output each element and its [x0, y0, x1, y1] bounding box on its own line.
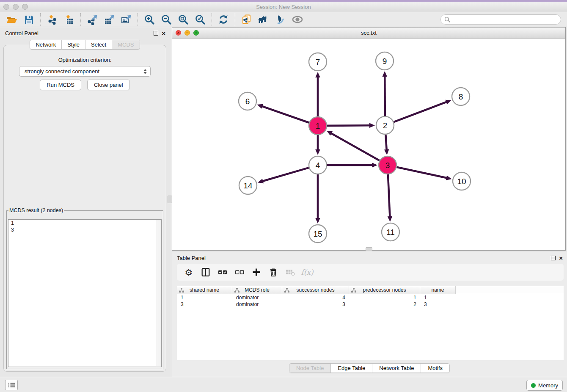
column-header-name[interactable]: name [420, 286, 456, 294]
graph-edge-4-15[interactable] [315, 174, 320, 224]
column-header-shared-name[interactable]: shared name [177, 286, 232, 294]
table-panel-tabs: Node TableEdge TableNetwork TableMotifs [289, 363, 450, 373]
graph-node-11[interactable]: 11 [382, 223, 399, 241]
table-cell[interactable]: 1 [420, 295, 456, 301]
graph-node-4[interactable]: 4 [309, 156, 327, 174]
graph-node-10[interactable]: 10 [453, 172, 471, 190]
graph-node-9[interactable]: 9 [376, 52, 394, 70]
unchecked-boxes-icon [234, 268, 245, 276]
import-network-button[interactable] [44, 13, 61, 26]
column-header-predecessor-nodes[interactable]: predecessor nodes [349, 286, 420, 294]
show-hide-graphics-button[interactable] [289, 13, 306, 26]
table-cell[interactable]: 3 [282, 301, 349, 307]
search-input[interactable] [440, 14, 561, 25]
graph-node-2[interactable]: 2 [376, 116, 394, 134]
graph-node-6[interactable]: 6 [239, 92, 256, 110]
tab-edge-table[interactable]: Edge Table [331, 364, 372, 373]
close-table-panel-icon[interactable]: × [559, 255, 563, 261]
export-image-button[interactable] [118, 13, 135, 26]
save-session-button[interactable] [20, 13, 37, 26]
graph-edge-3-10[interactable] [396, 167, 451, 180]
tab-node-table[interactable]: Node Table [289, 364, 331, 373]
tab-select[interactable]: Select [85, 40, 112, 49]
graph-edge-3-11[interactable] [388, 174, 392, 222]
refresh-layout-button[interactable] [215, 13, 232, 26]
graph-edge-1-7[interactable] [315, 72, 320, 116]
table-cell[interactable]: dominator [232, 301, 282, 307]
graph-edge-2-8[interactable] [394, 100, 451, 122]
close-panel-icon[interactable]: × [162, 30, 165, 36]
export-table-button[interactable] [101, 13, 118, 26]
graph-edge-3-1[interactable] [327, 131, 380, 160]
apply-style-button[interactable] [272, 13, 289, 26]
graph-node-14[interactable]: 14 [239, 177, 257, 194]
tab-style[interactable]: Style [62, 40, 85, 49]
graph-node-1[interactable]: 1 [309, 117, 327, 135]
task-history-button[interactable] [5, 380, 18, 390]
table-row[interactable]: 1dominator411 [177, 294, 564, 301]
table-cell[interactable]: 3 [420, 301, 456, 307]
delete-column-button[interactable] [266, 265, 281, 279]
tab-network[interactable]: Network [30, 40, 62, 49]
memory-button[interactable]: Memory [526, 380, 563, 391]
deselect-all-columns-button[interactable] [232, 265, 247, 279]
mcds-result-item[interactable]: 3 [8, 226, 161, 233]
table-panel-header: Table Panel × [172, 252, 567, 264]
open-session-button[interactable] [3, 13, 20, 26]
graph-edge-2-9[interactable] [382, 71, 387, 116]
show-columns-button[interactable] [198, 265, 213, 279]
graph-edge-4-14[interactable] [258, 168, 309, 183]
tab-mcds[interactable]: MCDS [112, 40, 139, 49]
add-column-button[interactable] [249, 265, 264, 279]
graph-node-3[interactable]: 3 [379, 156, 396, 174]
export-network-button[interactable] [84, 13, 101, 26]
graph-node-15[interactable]: 15 [309, 225, 327, 243]
column-header-MCDS-role[interactable]: MCDS role [232, 286, 282, 294]
table-settings-button[interactable]: ⚙ [181, 265, 196, 279]
select-all-columns-button[interactable] [215, 265, 230, 279]
table-cell[interactable]: 4 [282, 295, 349, 301]
zoom-out-button[interactable] [158, 13, 175, 26]
run-mcds-button[interactable]: Run MCDS [40, 80, 81, 90]
graph-edge-1-6[interactable] [257, 104, 309, 123]
float-table-panel-icon[interactable] [551, 256, 556, 260]
table-cell[interactable]: dominator [232, 295, 282, 301]
tab-motifs[interactable]: Motifs [421, 364, 449, 373]
network-splitter-grip[interactable] [366, 247, 372, 251]
function-builder-button[interactable]: f(x) [300, 265, 315, 279]
table-row[interactable]: 3dominator323 [177, 301, 564, 308]
graph-node-7[interactable]: 7 [309, 53, 327, 71]
zoom-selected-button[interactable] [192, 13, 209, 26]
svg-text:3: 3 [385, 161, 390, 170]
mcds-result-list[interactable]: 13 [8, 219, 162, 367]
result-scrollbar[interactable] [157, 220, 161, 366]
close-panel-button[interactable]: Close panel [87, 80, 130, 90]
mcds-result-title: MCDS result (2 nodes) [8, 207, 64, 213]
memory-status-icon [531, 383, 536, 388]
tab-network-table[interactable]: Network Table [372, 364, 421, 373]
mcds-result-item[interactable]: 1 [8, 220, 161, 226]
optimization-criterion-dropdown[interactable]: strongly connected component [19, 66, 151, 77]
graph-edge-2-3[interactable] [384, 135, 389, 155]
import-table-button[interactable] [61, 13, 77, 26]
zoom-fit-button[interactable] [175, 13, 192, 26]
table-cell[interactable]: 3 [177, 301, 232, 307]
network-canvas[interactable]: 1234678910111415 [172, 38, 565, 250]
reset-layout-home-button[interactable] [255, 13, 272, 26]
delete-table-button[interactable] [283, 265, 298, 279]
control-panel-tabs: NetworkStyleSelectMCDS [30, 40, 140, 50]
column-header-successor-nodes[interactable]: successor nodes [282, 286, 349, 294]
graph-edge-1-2[interactable] [327, 123, 375, 127]
export-table-icon [104, 14, 115, 25]
zoom-in-button[interactable] [141, 13, 158, 26]
table-cell[interactable]: 1 [349, 295, 420, 301]
clone-network-button[interactable] [238, 13, 255, 26]
float-panel-icon[interactable] [154, 31, 158, 36]
svg-text:9: 9 [383, 57, 387, 66]
table-cell[interactable]: 1 [177, 295, 232, 301]
graph-edge-4-3[interactable] [327, 163, 377, 168]
graph-edge-1-4[interactable] [315, 135, 320, 155]
graph-node-8[interactable]: 8 [452, 88, 470, 105]
network-window-titlebar[interactable]: × – + scc.txt [172, 28, 565, 39]
table-cell[interactable]: 2 [349, 301, 420, 307]
